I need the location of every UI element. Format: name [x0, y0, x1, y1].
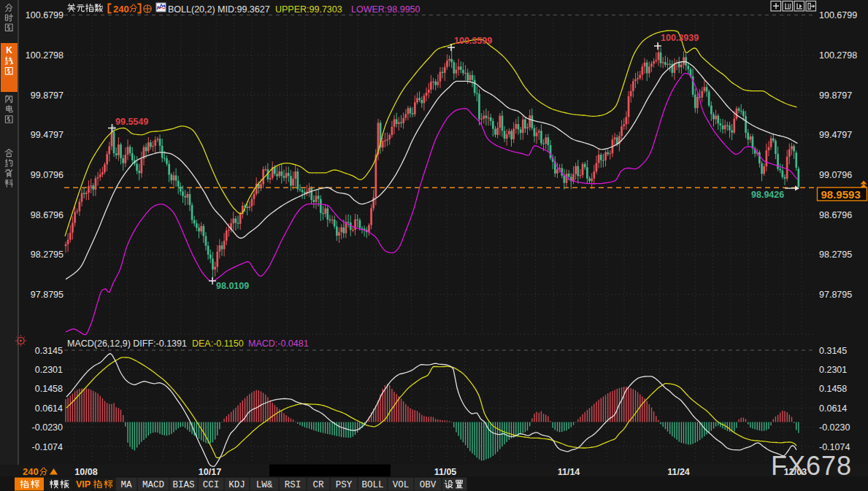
svg-text:240: 240 — [113, 4, 129, 15]
svg-text:-0.0230: -0.0230 — [819, 422, 850, 433]
svg-text:100.6799: 100.6799 — [819, 10, 857, 20]
svg-text:99.4797: 99.4797 — [819, 130, 852, 140]
svg-text:VIP: VIP — [76, 479, 91, 490]
svg-text:98.9593: 98.9593 — [821, 188, 861, 201]
svg-text:CR: CR — [312, 480, 324, 490]
svg-text:98.6796: 98.6796 — [31, 210, 64, 220]
svg-text:0.2301: 0.2301 — [819, 365, 847, 375]
svg-text:100.2798: 100.2798 — [819, 50, 857, 61]
svg-text:98.9426: 98.9426 — [751, 190, 784, 200]
svg-text:0.0614: 0.0614 — [819, 403, 847, 414]
svg-text:MA: MA — [120, 480, 132, 490]
svg-text:PSY: PSY — [336, 480, 353, 490]
svg-text:0.3145: 0.3145 — [819, 346, 847, 356]
svg-text:11/24: 11/24 — [667, 467, 690, 477]
svg-text:10/17: 10/17 — [199, 467, 221, 477]
svg-text:98.0109: 98.0109 — [216, 281, 249, 291]
svg-text:98.2795: 98.2795 — [819, 250, 852, 260]
svg-text:MACD: MACD — [142, 480, 164, 490]
svg-text:99.8797: 99.8797 — [819, 90, 852, 101]
svg-text:0.1458: 0.1458 — [35, 384, 63, 394]
svg-text:97.8795: 97.8795 — [819, 290, 852, 300]
svg-text:98.6796: 98.6796 — [819, 210, 852, 220]
svg-text:99.5549: 99.5549 — [115, 117, 148, 127]
svg-text:240: 240 — [23, 466, 39, 477]
svg-text:CCI: CCI — [203, 480, 220, 490]
svg-text:DEA:-0.1150: DEA:-0.1150 — [192, 339, 244, 349]
svg-text:LOWER:98.9950: LOWER:98.9950 — [351, 4, 420, 15]
svg-text:99.0796: 99.0796 — [31, 170, 64, 180]
svg-text:0.2301: 0.2301 — [35, 365, 63, 375]
svg-text:100.3599: 100.3599 — [454, 36, 492, 46]
svg-text:-0.1074: -0.1074 — [32, 442, 63, 452]
svg-text:100.2798: 100.2798 — [26, 50, 64, 61]
svg-text:K: K — [6, 45, 12, 55]
svg-text:OBV: OBV — [420, 480, 437, 490]
svg-text:99.0796: 99.0796 — [819, 170, 852, 180]
svg-text:MACD:-0.0481: MACD:-0.0481 — [248, 339, 309, 349]
svg-text:11/14: 11/14 — [558, 467, 580, 477]
svg-text:99.8797: 99.8797 — [31, 90, 64, 101]
svg-text:11/05: 11/05 — [434, 467, 457, 477]
svg-text:KDJ: KDJ — [228, 480, 245, 490]
svg-text:UPPER:99.7303: UPPER:99.7303 — [275, 4, 342, 15]
svg-text:VOL: VOL — [393, 480, 410, 490]
svg-text:97.8795: 97.8795 — [31, 290, 64, 300]
svg-text:0.1458: 0.1458 — [819, 384, 847, 394]
svg-text:98.2795: 98.2795 — [31, 250, 64, 260]
svg-text:RSI: RSI — [285, 480, 302, 490]
svg-text:100.6799: 100.6799 — [26, 10, 64, 20]
svg-text:BIAS: BIAS — [172, 480, 194, 490]
svg-text:0.3145: 0.3145 — [35, 346, 63, 356]
svg-text:100.3939: 100.3939 — [661, 33, 699, 43]
svg-text:MACD(26,12,9) DIFF:-0.1391: MACD(26,12,9) DIFF:-0.1391 — [67, 339, 187, 349]
svg-text:BOLL: BOLL — [361, 480, 383, 490]
svg-text:LW&: LW& — [256, 480, 273, 490]
svg-text:-0.0230: -0.0230 — [32, 422, 63, 433]
svg-text:99.4797: 99.4797 — [31, 130, 64, 140]
svg-text:FX678: FX678 — [771, 451, 852, 481]
svg-text:10/08: 10/08 — [74, 467, 97, 477]
svg-text:BOLL(20,2) MID:99.3627: BOLL(20,2) MID:99.3627 — [168, 4, 270, 15]
svg-text:0.0614: 0.0614 — [35, 403, 63, 414]
